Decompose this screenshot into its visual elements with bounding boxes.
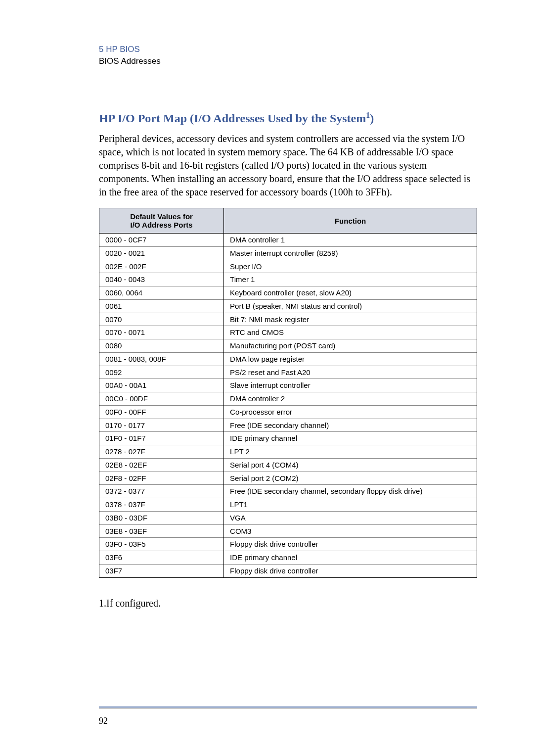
table-row: 0070 - 0071RTC and CMOS [99, 326, 477, 339]
heading-text-post: ) [370, 112, 374, 125]
table-row: 03F7Floppy disk drive controller [99, 564, 477, 577]
cell-address: 0061 [99, 299, 224, 313]
table-row: 01F0 - 01F7IDE primary channel [99, 432, 477, 445]
cell-function: Floppy disk drive controller [224, 538, 477, 551]
table-row: 0081 - 0083, 008FDMA low page register [99, 352, 477, 366]
cell-address: 0080 [99, 339, 224, 353]
cell-address: 03F7 [99, 564, 224, 577]
cell-function: LPT1 [224, 498, 477, 512]
io-port-table: Default Values for I/O Address Ports Fun… [99, 208, 477, 578]
cell-address: 01F0 - 01F7 [99, 432, 224, 445]
cell-function: Master interrupt controller (8259) [224, 246, 477, 260]
cell-address: 02E8 - 02EF [99, 458, 224, 472]
table-row: 03F6IDE primary channel [99, 551, 477, 565]
footnote: 1.If configured. [99, 598, 477, 609]
cell-function: RTC and CMOS [224, 326, 477, 339]
table-row: 0040 - 0043Timer 1 [99, 273, 477, 286]
cell-function: Manufacturing port (POST card) [224, 339, 477, 353]
table-row: 0070Bit 7: NMI mask register [99, 313, 477, 326]
cell-address: 0278 - 027F [99, 445, 224, 459]
cell-function: DMA low page register [224, 352, 477, 366]
cell-function: Serial port 4 (COM4) [224, 458, 477, 472]
cell-function: Timer 1 [224, 273, 477, 286]
cell-address: 03E8 - 03EF [99, 524, 224, 538]
cell-function: Co-processor error [224, 405, 477, 419]
cell-address: 00A0 - 00A1 [99, 379, 224, 392]
table-row: 0020 - 0021Master interrupt controller (… [99, 246, 477, 260]
cell-address: 03B0 - 03DF [99, 511, 224, 524]
section-label: BIOS Addresses [99, 56, 477, 66]
heading-text-pre: HP I/O Port Map (I/O Addresses Used by t… [99, 112, 366, 125]
intro-paragraph: Peripheral devices, accessory devices an… [99, 132, 477, 199]
cell-address: 00C0 - 00DF [99, 392, 224, 406]
cell-address: 0170 - 0177 [99, 419, 224, 432]
cell-address: 0070 - 0071 [99, 326, 224, 339]
cell-function: Free (IDE secondary channel, secondary f… [224, 485, 477, 498]
table-row: 0000 - 0CF7DMA controller 1 [99, 234, 477, 247]
cell-address: 03F6 [99, 551, 224, 565]
page-footer: 92 [99, 707, 477, 726]
footer-rule-gray [99, 709, 477, 709]
cell-address: 0092 [99, 366, 224, 379]
chapter-label: 5 HP BIOS [99, 45, 477, 54]
cell-address: 0378 - 037F [99, 498, 224, 512]
cell-address: 0070 [99, 313, 224, 326]
cell-address: 00F0 - 00FF [99, 405, 224, 419]
footer-rule-blue [99, 707, 477, 708]
cell-function: Bit 7: NMI mask register [224, 313, 477, 326]
table-header-function: Function [224, 208, 477, 234]
cell-function: COM3 [224, 524, 477, 538]
table-row: 0278 - 027FLPT 2 [99, 445, 477, 459]
cell-function: Serial port 2 (COM2) [224, 472, 477, 485]
cell-address: 03F0 - 03F5 [99, 538, 224, 551]
table-header-address: Default Values for I/O Address Ports [99, 208, 224, 234]
cell-address: 002E - 002F [99, 260, 224, 273]
cell-function: Free (IDE secondary channel) [224, 419, 477, 432]
cell-function: Port B (speaker, NMI status and control) [224, 299, 477, 313]
table-row: 0061Port B (speaker, NMI status and cont… [99, 299, 477, 313]
header-line2: I/O Address Ports [130, 221, 192, 229]
table-row: 002E - 002FSuper I/O [99, 260, 477, 273]
table-row: 00A0 - 00A1Slave interrupt controller [99, 379, 477, 392]
table-row: 0372 - 0377Free (IDE secondary channel, … [99, 485, 477, 498]
cell-address: 0081 - 0083, 008F [99, 352, 224, 366]
table-row: 03F0 - 03F5Floppy disk drive controller [99, 538, 477, 551]
table-row: 0092PS/2 reset and Fast A20 [99, 366, 477, 379]
header-line1: Default Values for [130, 212, 193, 221]
cell-function: IDE primary channel [224, 432, 477, 445]
table-row: 0170 - 0177Free (IDE secondary channel) [99, 419, 477, 432]
cell-function: VGA [224, 511, 477, 524]
cell-address: 02F8 - 02FF [99, 472, 224, 485]
cell-function: DMA controller 1 [224, 234, 477, 247]
cell-function: DMA controller 2 [224, 392, 477, 406]
table-row: 03B0 - 03DFVGA [99, 511, 477, 524]
table-row: 0378 - 037FLPT1 [99, 498, 477, 512]
cell-address: 0020 - 0021 [99, 246, 224, 260]
page-number: 92 [99, 716, 477, 726]
cell-function: Floppy disk drive controller [224, 564, 477, 577]
cell-function: PS/2 reset and Fast A20 [224, 366, 477, 379]
cell-address: 0372 - 0377 [99, 485, 224, 498]
table-row: 0060, 0064Keyboard controller (reset, sl… [99, 286, 477, 300]
page-heading: HP I/O Port Map (I/O Addresses Used by t… [99, 111, 477, 125]
cell-function: LPT 2 [224, 445, 477, 459]
cell-function: Super I/O [224, 260, 477, 273]
table-row: 02F8 - 02FFSerial port 2 (COM2) [99, 472, 477, 485]
cell-address: 0000 - 0CF7 [99, 234, 224, 247]
cell-function: Keyboard controller (reset, slow A20) [224, 286, 477, 300]
table-row: 02E8 - 02EFSerial port 4 (COM4) [99, 458, 477, 472]
table-row: 00C0 - 00DFDMA controller 2 [99, 392, 477, 406]
cell-function: IDE primary channel [224, 551, 477, 565]
cell-function: Slave interrupt controller [224, 379, 477, 392]
table-row: 00F0 - 00FFCo-processor error [99, 405, 477, 419]
table-row: 03E8 - 03EFCOM3 [99, 524, 477, 538]
cell-address: 0040 - 0043 [99, 273, 224, 286]
table-row: 0080Manufacturing port (POST card) [99, 339, 477, 353]
cell-address: 0060, 0064 [99, 286, 224, 300]
